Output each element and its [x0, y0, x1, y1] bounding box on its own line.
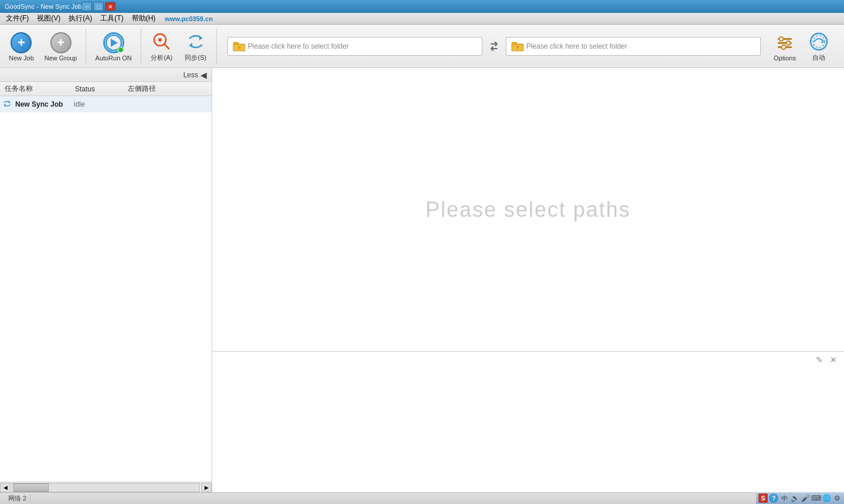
bottom-panel-icons: ✎ ✕ — [814, 354, 839, 366]
close-panel-button[interactable]: ✕ — [828, 354, 839, 366]
svg-point-7 — [780, 37, 784, 41]
folder-right-icon: ? — [511, 41, 524, 52]
main-area: Less ◀ 任务名称 Status 左侧路径 New Sync Job — [0, 68, 844, 492]
menu-tools[interactable]: 工具(T) — [97, 13, 127, 24]
scrollbar-track[interactable] — [12, 483, 200, 492]
autorun-button[interactable]: AutoRun ON — [91, 28, 135, 64]
menu-run[interactable]: 执行(A) — [65, 13, 96, 24]
tray-s-icon[interactable]: S — [758, 493, 768, 503]
svg-text:?: ? — [516, 45, 519, 50]
svg-point-11 — [782, 45, 786, 49]
svg-line-2 — [164, 44, 169, 49]
job-list: New Sync Job idle — [0, 96, 212, 482]
scrollbar-area: ◀ ▶ — [0, 482, 212, 492]
tray-zh-icon[interactable]: 中 — [780, 493, 789, 503]
left-panel: Less ◀ 任务名称 Status 左侧路径 New Sync Job — [0, 68, 212, 492]
col-header-status: Status — [70, 85, 123, 93]
close-button[interactable]: ✕ — [105, 2, 115, 11]
auto-button[interactable]: 自动 — [803, 27, 835, 65]
tray-network-icon: 🌐 — [822, 493, 831, 503]
right-folder-selector[interactable]: ? Please click here to select folder — [506, 37, 761, 56]
menu-file[interactable]: 文件(F) — [2, 13, 32, 24]
title-bar: GoodSync - New Sync Job ─ □ ✕ — [0, 0, 844, 13]
autorun-status-dot — [118, 47, 124, 53]
svg-point-9 — [787, 41, 791, 45]
tray-help-icon[interactable]: ? — [769, 493, 778, 503]
toolbar-separator-3 — [216, 29, 217, 64]
path-area: ? Please click here to select folder ? P… — [222, 37, 767, 56]
toolbar-separator-2 — [141, 29, 141, 64]
svg-text:?: ? — [237, 45, 240, 50]
svg-point-3 — [158, 38, 162, 42]
right-panel: Please select paths ✎ ✕ — [212, 68, 844, 492]
options-button[interactable]: Options — [769, 28, 801, 64]
new-group-button[interactable]: + New Group — [40, 28, 81, 64]
col-header-path: 左侧路径 — [123, 84, 212, 94]
job-row[interactable]: New Sync Job idle — [0, 96, 212, 113]
status-bar: 网络 2 S ? 中 🔊 🎤 ⌨ 🌐 ⚙ — [0, 492, 844, 504]
menu-view[interactable]: 视图(V) — [33, 13, 64, 24]
tray-speaker-icon: 🔊 — [790, 493, 799, 503]
bottom-panel: ✎ ✕ — [212, 352, 844, 492]
folder-left-icon: ? — [233, 41, 246, 52]
new-job-button[interactable]: + New Job — [5, 28, 38, 64]
new-job-icon: + — [9, 31, 33, 55]
scroll-left-button[interactable]: ◀ — [0, 483, 11, 492]
right-path-text: Please click here to select folder — [526, 42, 627, 50]
column-headers: 任务名称 Status 左侧路径 — [0, 82, 212, 96]
scroll-right-button[interactable]: ▶ — [201, 483, 212, 492]
autorun-icon — [102, 31, 125, 55]
auto-icon — [807, 30, 831, 53]
window-controls: ─ □ ✕ — [81, 2, 115, 11]
menu-help[interactable]: 帮助(H) — [128, 13, 159, 24]
analyze-button[interactable]: 分析(A) — [146, 27, 178, 65]
sync-arrows-middle — [486, 39, 502, 53]
less-arrow-icon: ◀ — [200, 70, 207, 80]
less-bar[interactable]: Less ◀ — [0, 68, 212, 82]
scrollbar-thumb[interactable] — [13, 483, 49, 492]
edit-button[interactable]: ✎ — [814, 354, 825, 366]
options-icon — [773, 31, 797, 55]
toolbar: + New Job + New Group AutoRun ON — [0, 25, 844, 68]
minimize-button[interactable]: ─ — [81, 2, 92, 11]
sync-icon — [184, 30, 207, 53]
maximize-button[interactable]: □ — [93, 2, 104, 11]
new-group-icon: + — [49, 31, 73, 55]
left-path-text: Please click here to select folder — [248, 42, 349, 50]
menu-bar: 文件(F) 视图(V) 执行(A) 工具(T) 帮助(H) www.pc0359… — [0, 13, 844, 25]
col-header-name: 任务名称 — [0, 84, 70, 94]
right-toolbar: Options 自动 — [769, 27, 839, 65]
analyze-icon — [150, 30, 173, 53]
job-sync-icon — [2, 99, 13, 110]
tray-settings-icon[interactable]: ⚙ — [832, 493, 842, 503]
watermark-menu: www.pc0359.cn — [165, 15, 213, 22]
tray-keyboard-icon: ⌨ — [811, 493, 821, 503]
tray-mic-icon: 🎤 — [801, 493, 810, 503]
title-text: GoodSync - New Sync Job — [5, 3, 81, 10]
system-tray: S ? 中 🔊 🎤 ⌨ 🌐 ⚙ — [756, 492, 844, 504]
sync-button[interactable]: 同步(S) — [180, 27, 212, 65]
toolbar-separator-1 — [86, 29, 86, 64]
status-network: 网络 2 — [5, 494, 30, 503]
placeholder-text: Please select paths — [426, 197, 631, 222]
left-folder-selector[interactable]: ? Please click here to select folder — [227, 37, 482, 56]
main-content-area: Please select paths — [212, 68, 844, 352]
